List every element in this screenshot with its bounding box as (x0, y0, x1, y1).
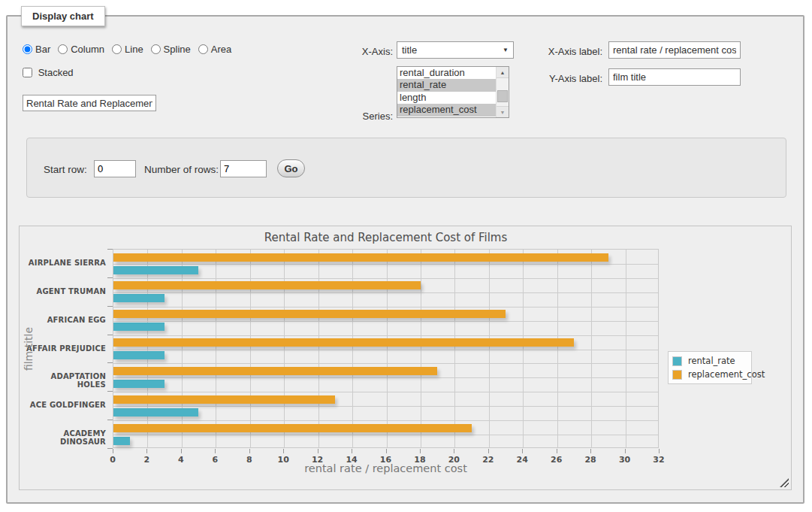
scrollbar-thumb[interactable] (497, 90, 508, 102)
resize-handle-icon[interactable] (780, 478, 789, 487)
chart-type-radio-spline[interactable] (151, 44, 161, 54)
series-option-rental_duration[interactable]: rental_duration (397, 67, 496, 79)
y-tick-mark (107, 335, 113, 335)
y-axis-label-input[interactable] (608, 68, 741, 86)
x-tick-mark (522, 449, 523, 453)
y-tick-label: ACE GOLDFINGER (20, 401, 106, 409)
vertical-gridline (591, 250, 592, 447)
chart-title: Rental Rate and Replacement Cost of Film… (113, 231, 659, 244)
horizontal-gridline (113, 292, 658, 293)
series-option-length[interactable]: length (397, 92, 496, 104)
chart-type-radio-column[interactable] (58, 44, 68, 54)
y-tick-mark (107, 362, 113, 363)
vertical-gridline (454, 250, 455, 447)
vertical-gridline (352, 250, 353, 447)
vertical-gridline (626, 250, 626, 447)
go-button[interactable]: Go (277, 159, 305, 177)
bar-replacement_cost-agent-truman (113, 281, 421, 289)
chart-type-radio-label: Area (211, 44, 231, 55)
bar-replacement_cost-airplane-sierra (113, 253, 608, 262)
x-axis-selected-value: title (402, 44, 417, 56)
scroll-up-icon[interactable]: ▲ (497, 67, 509, 78)
series-options: rental_durationrental_ratelengthreplacem… (397, 67, 496, 117)
series-option-replacement_cost[interactable]: replacement_cost (397, 104, 496, 116)
bar-rental_rate-airplane-sierra (113, 266, 198, 274)
number-of-rows-label: Number of rows: (144, 164, 219, 175)
y-tick-mark (107, 420, 113, 420)
x-tick-mark (454, 449, 454, 453)
x-tick-mark (146, 449, 147, 453)
chart-type-option-spline[interactable]: Spline (151, 44, 191, 55)
chart-type-option-bar[interactable]: Bar (23, 44, 50, 55)
horizontal-gridline (113, 278, 658, 279)
bar-rental_rate-agent-truman (113, 294, 165, 302)
bar-rental_rate-ace-goldfinger (113, 408, 198, 417)
horizontal-gridline (113, 307, 658, 308)
chart-type-radio-area[interactable] (198, 44, 208, 54)
chart-type-radio-label: Bar (35, 44, 50, 55)
horizontal-gridline (113, 406, 658, 407)
x-tick-mark (590, 449, 591, 453)
chart-type-option-column[interactable]: Column (58, 44, 104, 55)
bar-replacement_cost-ace-goldfinger (113, 395, 335, 404)
vertical-gridline (318, 250, 319, 447)
number-of-rows-input[interactable] (220, 160, 267, 177)
vertical-gridline (557, 250, 558, 447)
listbox-scrollbar[interactable]: ▲ ▼ (496, 67, 509, 117)
x-axis-select-label: X-Axis: (338, 46, 393, 57)
horizontal-gridline (113, 264, 658, 265)
x-tick-mark (181, 449, 182, 453)
x-axis-label-label: X-Axis label: (536, 46, 602, 57)
chart-container: Rental Rate and Replacement Cost of Film… (19, 226, 792, 490)
series-listbox[interactable]: rental_durationrental_ratelengthreplacem… (397, 66, 509, 118)
horizontal-gridline (113, 435, 658, 435)
x-axis-label-input[interactable] (608, 41, 741, 59)
y-tick-mark (107, 448, 113, 449)
scroll-down-icon[interactable]: ▼ (497, 106, 509, 117)
legend-item-replacement_cost: replacement_cost (672, 368, 748, 381)
chart-type-radio-bar[interactable] (23, 44, 32, 54)
x-tick-mark (113, 449, 113, 453)
x-tick-mark (488, 449, 489, 453)
chart-type-option-line[interactable]: Line (112, 44, 143, 55)
chart-type-options: BarColumnLineSplineArea (23, 44, 239, 55)
x-tick-mark (420, 449, 421, 453)
stacked-option[interactable]: Stacked (23, 67, 74, 78)
x-axis-select[interactable]: title ▼ (397, 41, 514, 59)
y-tick-mark (107, 306, 113, 307)
horizontal-gridline (113, 377, 658, 378)
start-row-input[interactable] (94, 160, 136, 177)
vertical-gridline (147, 250, 148, 447)
vertical-gridline (182, 250, 183, 447)
display-chart-panel: Display chart BarColumnLineSplineArea St… (6, 15, 804, 504)
x-axis-title: rental rate / replacement cost (113, 462, 659, 474)
chart-type-radio-label: Spline (164, 44, 191, 55)
horizontal-gridline (113, 363, 658, 364)
bar-replacement_cost-adaptation-holes (113, 367, 437, 375)
chart-type-radio-line[interactable] (112, 44, 122, 54)
legend-label: rental_rate (688, 356, 735, 366)
y-tick-label: AIRPLANE SIERRA (20, 259, 106, 267)
y-tick-label: ACADEMY DINOSAUR (20, 429, 106, 446)
series-option-rental_rate[interactable]: rental_rate (397, 79, 496, 91)
horizontal-gridline (113, 350, 658, 350)
chart-type-radio-label: Column (71, 44, 104, 55)
start-row-label: Start row: (44, 164, 87, 175)
series-select-label: Series: (338, 111, 393, 122)
x-tick-mark (352, 449, 352, 453)
row-controls-box: Start row: Number of rows: Go (26, 138, 786, 198)
legend-swatch-icon (672, 370, 682, 380)
bar-replacement_cost-academy-dinosaur (113, 424, 472, 432)
chart-legend: rental_ratereplacement_cost (668, 351, 752, 384)
chart-title-input[interactable] (23, 95, 156, 111)
x-tick-mark (318, 449, 318, 453)
x-tick-mark (625, 449, 626, 453)
stacked-checkbox[interactable] (23, 68, 32, 77)
x-tick-mark (249, 449, 250, 453)
chart-type-option-area[interactable]: Area (198, 44, 231, 55)
dropdown-arrow-icon: ▼ (503, 47, 509, 53)
bar-rental_rate-academy-dinosaur (113, 437, 130, 445)
x-tick-mark (283, 449, 284, 453)
horizontal-gridline (113, 321, 658, 322)
bar-rental_rate-adaptation-holes (113, 380, 165, 388)
